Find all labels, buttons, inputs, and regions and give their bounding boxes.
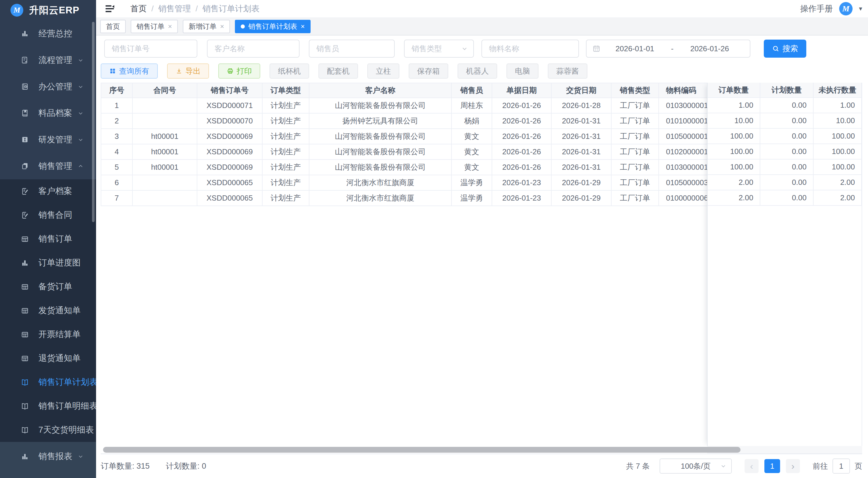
breadcrumb-item-0[interactable]: 首页 xyxy=(130,3,147,14)
sidebar-item-office-management[interactable]: 办公管理 xyxy=(0,73,96,100)
sidebar-filler xyxy=(0,471,96,478)
chevron-down-icon xyxy=(78,137,84,143)
table-grid-icon xyxy=(21,283,29,291)
close-icon[interactable]: × xyxy=(220,23,224,30)
sidebar-item-delivery-notice[interactable]: 发货通知单 xyxy=(0,299,96,323)
close-icon[interactable]: × xyxy=(168,23,172,30)
pinned-table-row[interactable]: 100.000.00100.00 xyxy=(708,128,862,144)
caret-down-icon[interactable]: ▾ xyxy=(859,5,862,12)
table-cell: XSDD000069 xyxy=(197,129,262,144)
tab-sales-order[interactable]: 销售订单× xyxy=(131,20,178,33)
pinned-column-header-0[interactable]: 订单数量 xyxy=(708,83,760,97)
pagination: 共 7 条 100条/页 ‹ 1 › 前往 页 xyxy=(626,458,862,474)
table-grid-icon xyxy=(21,331,29,338)
pinned-table-row[interactable]: 100.000.00100.00 xyxy=(708,144,862,159)
customer-name-input[interactable] xyxy=(207,39,300,58)
sidebar-item-process-management[interactable]: 流程管理 xyxy=(0,47,96,73)
goto-page: 前往 页 xyxy=(813,458,862,474)
end-date[interactable]: 2026-01-26 xyxy=(675,44,744,53)
robot-button[interactable]: 机器人 xyxy=(458,63,497,79)
pinned-table-row[interactable]: 1.000.001.00 xyxy=(708,97,862,113)
table-cell: 100.00 xyxy=(708,144,760,159)
pinned-table-row[interactable]: 2.000.002.00 xyxy=(708,175,862,190)
salesperson-input[interactable] xyxy=(309,39,395,58)
goto-page-input[interactable] xyxy=(833,458,850,474)
pinned-table-row[interactable]: 2.000.002.00 xyxy=(708,190,862,206)
close-icon[interactable]: × xyxy=(301,23,305,30)
sidebar-item-seven-day-delivery-detail[interactable]: 7天交货明细表 xyxy=(0,418,96,442)
table-cell: 扬州钟艺玩具有限公司 xyxy=(309,113,452,129)
breadcrumb-item-1[interactable]: 销售管理 xyxy=(158,3,191,14)
order-no-input[interactable] xyxy=(104,39,197,58)
table-cell: 计划生产 xyxy=(262,113,309,129)
horizontal-scrollbar xyxy=(101,446,707,453)
sidebar-item-sales-order-detail[interactable]: 销售订单明细表 xyxy=(0,394,96,418)
table-cell: 黄文 xyxy=(452,159,492,175)
query-all-button[interactable]: 查询所有 xyxy=(101,63,158,79)
prev-page-button[interactable]: ‹ xyxy=(745,459,758,473)
column-header-3[interactable]: 订单类型 xyxy=(262,83,309,98)
sidebar-item-order-progress-chart[interactable]: 订单进度图 xyxy=(0,251,96,275)
column-header-7[interactable]: 交货日期 xyxy=(551,83,611,98)
paper-cup-machine-button[interactable]: 纸杯机 xyxy=(270,63,309,79)
page-number-1[interactable]: 1 xyxy=(764,459,780,473)
column-header-6[interactable]: 单据日期 xyxy=(492,83,551,98)
material-name-input[interactable] xyxy=(482,39,579,58)
collapse-sidebar-icon[interactable] xyxy=(104,3,115,14)
sidebar-item-sales-management[interactable]: 销售管理 xyxy=(0,153,96,179)
garlic-sauce-button[interactable]: 蒜蓉酱 xyxy=(548,63,587,79)
tab-new-order[interactable]: 新增订单× xyxy=(183,20,230,33)
sidebar-item-invoice-settlement[interactable]: 开票结算单 xyxy=(0,323,96,347)
user-avatar[interactable]: M xyxy=(839,2,852,16)
table-cell: 计划生产 xyxy=(262,175,309,190)
tab-sales-order-plan[interactable]: 销售订单计划表× xyxy=(235,20,311,33)
sidebar-item-sales-order-plan[interactable]: 销售订单计划表 xyxy=(0,370,96,394)
export-button[interactable]: 导出 xyxy=(167,63,209,79)
manual-link[interactable]: 操作手册 xyxy=(800,3,833,14)
pagination-total: 共 7 条 xyxy=(626,461,650,471)
tab-home[interactable]: 首页 xyxy=(100,20,126,33)
sidebar-item-material-archives[interactable]: 料品档案 xyxy=(0,100,96,126)
kit-machine-button[interactable]: 配套机 xyxy=(318,63,358,79)
sidebar-item-stock-order[interactable]: 备货订单 xyxy=(0,275,96,299)
print-button[interactable]: 打印 xyxy=(218,63,260,79)
column-header-1[interactable]: 合同号 xyxy=(132,83,197,98)
search-button[interactable]: 搜索 xyxy=(764,39,806,58)
sidebar-item-sales-report[interactable]: 销售报表 xyxy=(0,442,96,471)
pinned-table-row[interactable]: 10.000.0010.00 xyxy=(708,113,862,128)
column-header-4[interactable]: 客户名称 xyxy=(309,83,452,98)
table-cell: 100.00 xyxy=(813,159,862,175)
sidebar-scrollbar[interactable] xyxy=(92,22,95,222)
start-date[interactable]: 2026-01-01 xyxy=(600,44,669,53)
breadcrumb-item-2: 销售订单计划表 xyxy=(203,3,260,14)
sales-type-select[interactable]: 销售类型 xyxy=(404,39,474,58)
column-button[interactable]: 立柱 xyxy=(367,63,399,79)
computer-button[interactable]: 电脑 xyxy=(506,63,538,79)
sidebar-item-sales-contract[interactable]: 销售合同 xyxy=(0,203,96,227)
column-header-5[interactable]: 销售员 xyxy=(452,83,492,98)
page-size-select[interactable]: 100条/页 xyxy=(659,458,732,474)
horizontal-scrollbar-thumb[interactable] xyxy=(103,447,741,453)
table-cell: 2026-01-26 xyxy=(492,129,551,144)
tab-label: 销售订单计划表 xyxy=(248,22,297,31)
sidebar-item-business-control[interactable]: 经营总控 xyxy=(0,20,96,47)
pinned-column-header-1[interactable]: 计划数量 xyxy=(760,83,813,97)
sidebar-item-rd-management[interactable]: 研发管理 xyxy=(0,126,96,153)
table-cell: 杨娟 xyxy=(452,113,492,129)
sidebar-item-sales-order[interactable]: 销售订单 xyxy=(0,227,96,251)
table-cell: 2026-01-26 xyxy=(492,159,551,175)
column-header-8[interactable]: 销售类型 xyxy=(611,83,659,98)
header-right: 操作手册 M ▾ xyxy=(800,2,862,16)
table-cell: 河北衡水市红旗商厦 xyxy=(309,190,452,206)
pinned-column-header-2[interactable]: 未执行数量 xyxy=(813,83,862,97)
next-page-button[interactable]: › xyxy=(786,459,800,473)
bar-chart-icon xyxy=(21,30,29,37)
table-cell: 1.00 xyxy=(813,97,862,113)
sidebar-item-customer-archives[interactable]: 客户档案 xyxy=(0,179,96,203)
pinned-table-row[interactable]: 100.000.00100.00 xyxy=(708,159,862,175)
storage-box-button[interactable]: 保存箱 xyxy=(409,63,448,79)
column-header-0[interactable]: 序号 xyxy=(101,83,132,98)
column-header-2[interactable]: 销售订单号 xyxy=(197,83,262,98)
sidebar-item-return-notice[interactable]: 退货通知单 xyxy=(0,347,96,370)
date-range-picker[interactable]: 2026-01-01-2026-01-26 xyxy=(586,39,750,58)
